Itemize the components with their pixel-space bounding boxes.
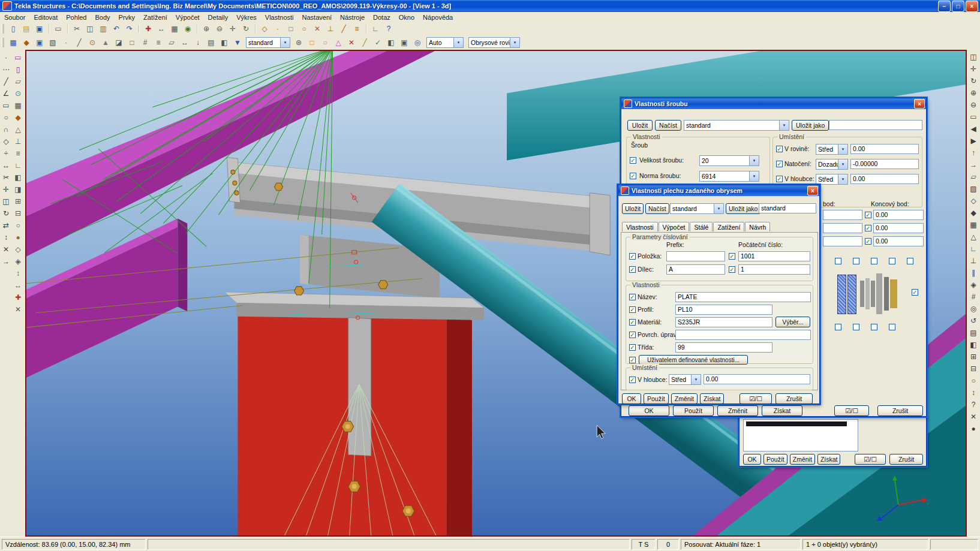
menu-item[interactable]: Výpočet: [172, 13, 204, 22]
mirror-icon[interactable]: ⇄: [0, 219, 12, 231]
snap-depth-combo[interactable]: Auto: [426, 37, 464, 48]
line-cut-icon[interactable]: ≡: [12, 147, 24, 159]
zoom-previous-icon[interactable]: ⊟: [967, 363, 980, 375]
create-point-icon[interactable]: ✚: [142, 23, 155, 35]
toolbar-grip[interactable]: [2, 38, 4, 47]
fly-icon[interactable]: ↑: [967, 147, 980, 159]
zoom-out-view-icon[interactable]: ⊖: [967, 99, 980, 111]
tab[interactable]: Vlastnosti: [622, 222, 658, 231]
draw-rect-icon[interactable]: ▭: [0, 100, 12, 112]
menu-item[interactable]: Nápověda: [419, 13, 457, 22]
filter-points-icon[interactable]: ○: [318, 37, 332, 49]
bolt-size-checkbox[interactable]: [630, 157, 636, 164]
dialog-titlebar[interactable]: Vlastnosti plechu zadaného obrysem: [618, 185, 819, 196]
pick-icon[interactable]: →: [0, 255, 12, 267]
chevron-down-icon[interactable]: [749, 171, 759, 181]
pan-view-icon[interactable]: ✛: [967, 63, 980, 75]
list-box[interactable]: [743, 419, 858, 451]
redo-icon[interactable]: ↷: [123, 23, 136, 35]
draw-polyline-icon[interactable]: ∠: [0, 88, 12, 100]
snap-planes-combo[interactable]: Obrysové roviny: [468, 37, 520, 48]
vertical-distance-icon[interactable]: ↕: [12, 267, 24, 279]
create-column-icon[interactable]: ▯: [12, 64, 24, 76]
class-checkbox[interactable]: [629, 344, 636, 351]
bolt-size-combo[interactable]: 20: [699, 155, 759, 166]
start-offset-field[interactable]: [823, 210, 862, 220]
close-icon[interactable]: [807, 186, 818, 195]
depth-field[interactable]: 0.00: [704, 374, 810, 384]
close-icon[interactable]: [966, 1, 978, 12]
save-button[interactable]: Uložit: [627, 120, 653, 131]
preset-combo[interactable]: standard: [670, 203, 724, 214]
save-as-button[interactable]: Uložit jako: [792, 120, 829, 131]
zoom-in-icon[interactable]: ⊕: [200, 23, 213, 35]
dialog-button[interactable]: Použít: [763, 454, 787, 465]
clip-plane-icon[interactable]: ▨: [967, 183, 980, 195]
chevron-down-icon[interactable]: [453, 38, 463, 47]
in-depth-field[interactable]: 0.00: [850, 174, 919, 184]
create-hole-icon[interactable]: ○: [12, 219, 24, 231]
subtract-material-icon[interactable]: ⊟: [12, 207, 24, 219]
chevron-down-icon[interactable]: [510, 38, 519, 47]
assembly-checkbox[interactable]: [629, 266, 636, 273]
minimize-icon[interactable]: [938, 1, 951, 12]
assembly-prefix-field[interactable]: A: [666, 264, 725, 275]
create-plate-icon[interactable]: ▱: [12, 76, 24, 88]
select-parts-icon[interactable]: ▣: [33, 37, 46, 49]
save-as-field[interactable]: standard: [759, 203, 816, 213]
create-pipe-icon[interactable]: ⊙: [12, 88, 24, 100]
selection-filter-combo[interactable]: standard: [246, 37, 290, 48]
stretch-icon[interactable]: ↕: [0, 231, 12, 243]
selection-filter-icon[interactable]: ▼: [231, 37, 244, 49]
create-component-icon[interactable]: ◆: [12, 112, 24, 124]
walk-icon[interactable]: →: [967, 159, 980, 171]
select-welds-icon[interactable]: ▲: [99, 37, 112, 49]
undo-icon[interactable]: ↶: [110, 23, 123, 35]
slope-icon[interactable]: ╱: [358, 37, 371, 49]
help-icon[interactable]: ?: [382, 23, 395, 35]
draw-arc-icon[interactable]: ∩: [0, 124, 12, 136]
shaded-icon[interactable]: ◆: [967, 207, 980, 219]
in-depth-combo[interactable]: Střed: [816, 174, 848, 185]
view-plane-icon[interactable]: ▱: [967, 171, 980, 183]
chevron-down-icon[interactable]: [749, 156, 759, 165]
phase-view-icon[interactable]: ◧: [967, 339, 980, 351]
nut-checkbox[interactable]: [871, 324, 877, 330]
select-cuts-icon[interactable]: ◪: [112, 37, 125, 49]
center-view-icon[interactable]: ○: [967, 375, 980, 387]
draw-point-icon[interactable]: ∙: [0, 52, 12, 64]
in-plane-field[interactable]: 0.00: [850, 144, 919, 154]
top-view-icon[interactable]: ⊥: [967, 255, 980, 267]
select-loads-icon[interactable]: ↓: [191, 37, 205, 49]
end-offset-checkbox[interactable]: [865, 225, 871, 231]
in-depth-checkbox[interactable]: [776, 176, 783, 182]
perspective-icon[interactable]: △: [967, 231, 980, 243]
view-help-icon[interactable]: ?: [967, 399, 980, 411]
cut-icon[interactable]: ✂: [70, 23, 83, 35]
preset-combo[interactable]: standard: [684, 120, 789, 131]
snap-line-icon[interactable]: ╱: [337, 23, 350, 35]
end-offset-checkbox[interactable]: [865, 238, 871, 245]
draw-line-icon[interactable]: ╱: [0, 76, 12, 88]
detail-icon[interactable]: ◈: [12, 255, 24, 267]
open-icon[interactable]: ▤: [20, 23, 33, 35]
snap-intersection-icon[interactable]: ✕: [311, 23, 324, 35]
end-offset-field[interactable]: 0.00: [873, 223, 924, 233]
part-start-checkbox[interactable]: [729, 253, 735, 260]
ortho-view-icon[interactable]: ∟: [967, 243, 980, 255]
measure-icon[interactable]: ↔: [155, 23, 168, 35]
menu-item[interactable]: Výkres: [232, 13, 261, 22]
separator[interactable]: [65, 23, 70, 35]
fit-work-area-icon[interactable]: ▭: [967, 111, 980, 123]
assembly-part-checkbox[interactable]: [835, 258, 841, 264]
select-grid-lines-icon[interactable]: ≡: [152, 37, 165, 49]
select-bolts-icon[interactable]: ⊙: [86, 37, 99, 49]
clear-filter-icon[interactable]: ✕: [345, 37, 358, 49]
part-start-field[interactable]: 1001: [738, 251, 810, 261]
assembly-start-field[interactable]: 1: [738, 264, 810, 275]
cancel-button[interactable]: Zrušit: [889, 454, 923, 465]
tab[interactable]: Návrh: [745, 222, 770, 231]
assembly-part-checkbox[interactable]: [871, 258, 877, 264]
material-checkbox[interactable]: [629, 319, 636, 326]
washer-checkbox[interactable]: [835, 324, 841, 330]
